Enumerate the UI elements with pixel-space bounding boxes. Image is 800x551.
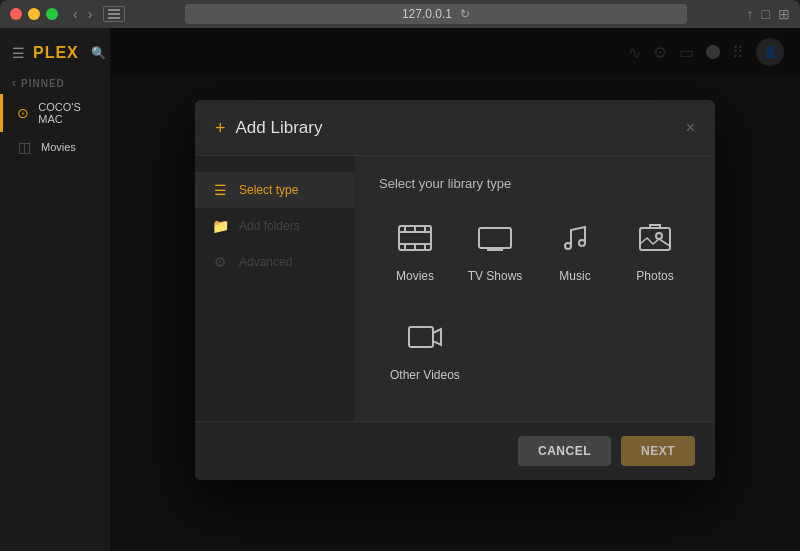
modal-footer: CANCEL NEXT	[195, 421, 715, 480]
next-button[interactable]: NEXT	[621, 436, 695, 466]
library-type-row2: Other Videos	[379, 310, 691, 393]
photos-type-icon	[637, 222, 673, 261]
home-icon: ⊙	[15, 105, 30, 121]
library-type-tv-shows[interactable]: TV Shows	[459, 211, 531, 294]
bookmark-icon[interactable]: □	[762, 6, 770, 22]
section-title: Select your library type	[379, 176, 691, 191]
pinned-section: PINNED	[0, 70, 110, 94]
library-type-music[interactable]: Music	[539, 211, 611, 294]
sidebar-item-cocos-mac[interactable]: ⊙ COCO'S MAC	[0, 94, 110, 132]
add-library-modal: + Add Library × ☰ Select type 📁 A	[195, 100, 715, 480]
step-add-folders-label: Add folders	[239, 219, 300, 233]
cancel-button[interactable]: CANCEL	[518, 436, 611, 466]
svg-point-15	[565, 243, 571, 249]
extensions-icon[interactable]: ⊞	[778, 6, 790, 22]
modal-steps: ☰ Select type 📁 Add folders ⚙ Advanced	[195, 156, 355, 421]
sidebar-item-movies[interactable]: ◫ Movies	[0, 132, 110, 162]
sidebar: ☰ PLEX 🔍 PINNED ⊙ COCO'S MAC ◫ Movies	[0, 28, 110, 551]
modal-overlay: + Add Library × ☰ Select type 📁 A	[110, 28, 800, 551]
close-button[interactable]	[10, 8, 22, 20]
svg-rect-0	[108, 9, 120, 11]
other-videos-type-label: Other Videos	[390, 368, 460, 382]
music-type-label: Music	[559, 269, 590, 283]
movies-icon: ◫	[15, 139, 33, 155]
svg-point-18	[656, 233, 662, 239]
modal-main-panel: Select your library type	[355, 156, 715, 421]
sidebar-item-label: COCO'S MAC	[38, 101, 98, 125]
step-gear-icon: ⚙	[211, 254, 229, 270]
pinned-label: PINNED	[12, 76, 98, 90]
minimize-button[interactable]	[28, 8, 40, 20]
step-folder-icon: 📁	[211, 218, 229, 234]
step-advanced-label: Advanced	[239, 255, 292, 269]
toolbar-right: ↑ □ ⊞	[747, 6, 790, 22]
sidebar-item-label: Movies	[41, 141, 76, 153]
main-content: ∿ ⚙ ▭ ⠿ 👤 + Add Library ×	[110, 28, 800, 551]
library-type-movies[interactable]: Movies	[379, 211, 451, 294]
refresh-icon[interactable]: ↻	[460, 7, 470, 21]
svg-rect-12	[479, 228, 511, 248]
svg-rect-17	[640, 228, 670, 250]
step-advanced[interactable]: ⚙ Advanced	[195, 244, 355, 280]
back-arrow[interactable]: ‹	[70, 6, 81, 22]
library-type-other-videos[interactable]: Other Videos	[383, 310, 467, 393]
step-select-type-label: Select type	[239, 183, 298, 197]
svg-rect-19	[409, 327, 433, 347]
hamburger-icon[interactable]: ☰	[12, 45, 25, 61]
sidebar-header: ☰ PLEX 🔍	[0, 36, 110, 70]
music-type-icon	[557, 222, 593, 261]
app-body: ☰ PLEX 🔍 PINNED ⊙ COCO'S MAC ◫ Movies ∿ …	[0, 28, 800, 551]
nav-arrows: ‹ ›	[70, 6, 95, 22]
window-chrome: ‹ › 127.0.0.1 ↻ ↑ □ ⊞	[0, 0, 800, 28]
svg-point-16	[579, 240, 585, 246]
search-icon[interactable]: 🔍	[91, 46, 106, 60]
movies-type-icon	[397, 222, 433, 261]
share-icon[interactable]: ↑	[747, 6, 754, 22]
step-add-folders[interactable]: 📁 Add folders	[195, 208, 355, 244]
modal-title: Add Library	[236, 118, 686, 138]
address-text: 127.0.0.1	[402, 7, 452, 21]
modal-close-button[interactable]: ×	[686, 119, 695, 137]
forward-arrow[interactable]: ›	[85, 6, 96, 22]
plus-icon: +	[215, 118, 226, 139]
plex-logo: PLEX	[33, 44, 79, 62]
tab-switcher-icon[interactable]	[103, 6, 125, 22]
tv-shows-type-label: TV Shows	[468, 269, 523, 283]
traffic-lights	[10, 8, 58, 20]
address-bar[interactable]: 127.0.0.1 ↻	[185, 4, 686, 24]
svg-rect-2	[108, 17, 120, 19]
photos-type-label: Photos	[636, 269, 673, 283]
other-videos-type-icon	[407, 321, 443, 360]
library-type-photos[interactable]: Photos	[619, 211, 691, 294]
library-types-grid: Movies	[379, 211, 691, 294]
modal-header: + Add Library ×	[195, 100, 715, 156]
step-select-type[interactable]: ☰ Select type	[195, 172, 355, 208]
svg-rect-1	[108, 13, 120, 15]
movies-type-label: Movies	[396, 269, 434, 283]
maximize-button[interactable]	[46, 8, 58, 20]
step-list-icon: ☰	[211, 182, 229, 198]
tv-shows-type-icon	[477, 222, 513, 261]
modal-body: ☰ Select type 📁 Add folders ⚙ Advanced	[195, 156, 715, 421]
